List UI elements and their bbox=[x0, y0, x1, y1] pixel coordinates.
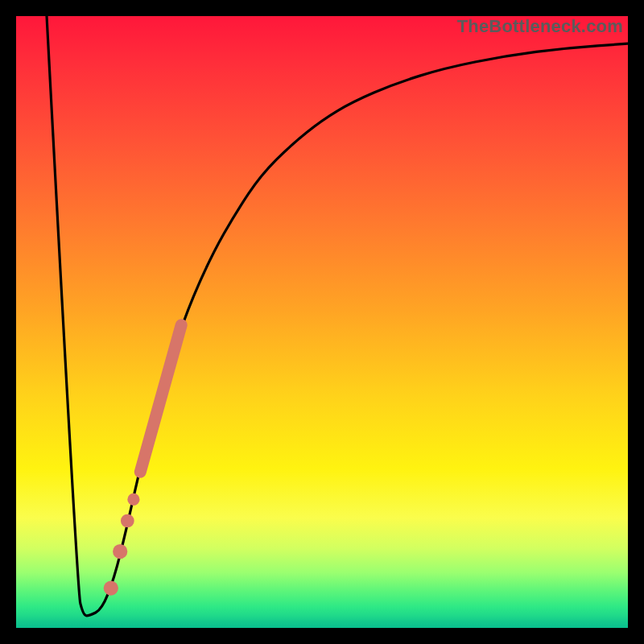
curve-dot bbox=[104, 580, 118, 595]
chart-frame: TheBottleneck.com bbox=[16, 16, 628, 628]
highlight-segment bbox=[140, 325, 181, 472]
chart-svg bbox=[16, 16, 628, 628]
bottleneck-curve bbox=[47, 16, 628, 616]
curve-dot bbox=[121, 514, 134, 528]
curve-dot bbox=[127, 493, 139, 506]
curve-markers bbox=[104, 325, 182, 596]
curve-dot bbox=[113, 544, 127, 559]
